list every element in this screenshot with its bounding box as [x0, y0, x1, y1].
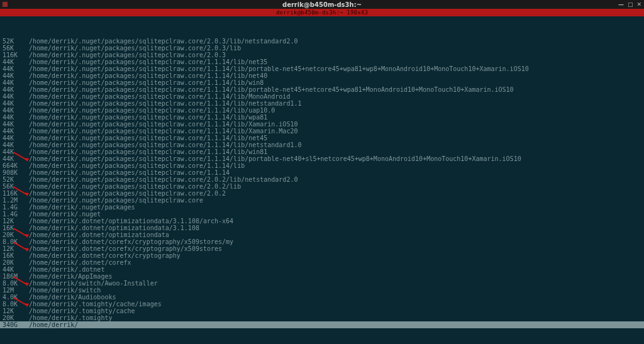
du-size: 44K — [0, 72, 23, 79]
du-path: /home/derrik/.nuget/packages/sqlitepclra… — [23, 135, 267, 141]
du-size: 16K — [0, 225, 23, 231]
du-output-line: 1.4G/home/derrik/.nuget — [0, 211, 644, 218]
du-path: /home/derrik/.dotnet/optimizationdata/3.… — [23, 225, 199, 231]
du-size: 44K — [0, 128, 23, 135]
du-output-line: 116K/home/derrik/.nuget/packages/sqlitep… — [0, 52, 644, 58]
du-size: 44K — [0, 93, 23, 100]
du-path: /home/derrik/.dotnet/corefx/cryptography… — [23, 245, 222, 252]
du-size: 52K — [0, 38, 23, 45]
du-output-line: 44K/home/derrik/.nuget/packages/sqlitepc… — [0, 141, 644, 148]
du-path: /home/derrik/.nuget/packages/sqlitepclra… — [23, 114, 267, 121]
du-path: /home/derrik/Audiobooks — [23, 294, 116, 301]
du-size: 664K — [0, 162, 23, 169]
du-size: 12K — [0, 308, 23, 314]
du-path: /home/derrik/.nuget/packages/sqlitepclra… — [23, 79, 264, 86]
du-output-line: 56K/home/derrik/.nuget/packages/sqlitepc… — [0, 45, 644, 52]
du-size: 12M — [0, 287, 23, 294]
du-size: 12K — [0, 245, 23, 252]
du-output-line: 44K/home/derrik/.nuget/packages/sqlitepc… — [0, 155, 644, 162]
du-path: /home/derrik/.nuget — [23, 211, 101, 218]
du-size: 20K — [0, 314, 23, 321]
du-path: /home/derrik/.dotnet/corefx — [23, 259, 131, 266]
du-size: 44K — [0, 266, 23, 273]
du-output-line: 12M/home/derrik/switch — [0, 287, 644, 294]
du-output-line: 44K/home/derrik/.nuget/packages/sqlitepc… — [0, 79, 644, 86]
window-titlebar: derrik@b450m-ds3h:~ — □ ✕ — [0, 0, 644, 9]
du-size: 1.4G — [0, 211, 23, 218]
du-output-line: 44K/home/derrik/.nuget/packages/sqlitepc… — [0, 148, 644, 155]
du-output-line: 908K/home/derrik/.nuget/packages/sqlitep… — [0, 169, 644, 176]
du-output-line: 44K/home/derrik/.nuget/packages/sqlitepc… — [0, 65, 644, 72]
du-size: 12K — [0, 218, 23, 225]
minimize-button[interactable]: — — [618, 1, 624, 8]
du-size: 44K — [0, 141, 23, 148]
du-output-line: 44K/home/derrik/.nuget/packages/sqlitepc… — [0, 121, 644, 128]
du-output-line: 44K/home/derrik/.nuget/packages/sqlitepc… — [0, 93, 644, 100]
du-size: 44K — [0, 86, 23, 93]
du-path: /home/derrik/.nuget/packages/sqlitepclra… — [23, 155, 521, 162]
du-output-line: 16K/home/derrik/.dotnet/optimizationdata… — [0, 225, 644, 231]
du-path: /home/derrik/.nuget/packages/sqlitepclra… — [23, 38, 297, 45]
du-size: 116K — [0, 52, 23, 58]
du-output-line: 44K/home/derrik/.dotnet — [0, 266, 644, 273]
du-size: 44K — [0, 79, 23, 86]
du-size: 44K — [0, 121, 23, 128]
du-size: 8.0K — [0, 280, 23, 287]
close-button[interactable]: ✕ — [636, 1, 641, 8]
du-output-line: 16K/home/derrik/.dotnet/corefx/cryptogra… — [0, 252, 644, 259]
du-size: 56K — [0, 183, 23, 190]
du-size: 44K — [0, 58, 23, 65]
du-output-line: 4.0K/home/derrik/Audiobooks — [0, 294, 644, 301]
du-size: 44K — [0, 155, 23, 162]
du-size: 44K — [0, 148, 23, 155]
du-output-line: 186M/home/derrik/AppImages — [0, 273, 644, 280]
du-size: 56K — [0, 45, 23, 52]
du-size: 44K — [0, 100, 23, 107]
du-path: /home/derrik/.nuget/packages/sqlitepclra… — [23, 162, 245, 169]
du-size: 8.0K — [0, 238, 23, 245]
du-size: 44K — [0, 114, 23, 121]
du-path: /home/derrik/.nuget/packages/sqlitepclra… — [23, 128, 297, 135]
du-output-line: 52K/home/derrik/.nuget/packages/sqlitepc… — [0, 38, 644, 45]
maximize-button[interactable]: □ — [628, 1, 633, 8]
du-output-line: 12K/home/derrik/.tomighty/cache — [0, 308, 644, 314]
du-path: /home/derrik/.tomighty/cache — [23, 308, 135, 314]
terminal-tab-label[interactable]: derrik@b450m-ds3h:~ 190x43 — [276, 9, 368, 16]
window-title: derrik@b450m-ds3h:~ — [282, 1, 362, 8]
du-path: /home/derrik/ — [23, 321, 644, 328]
du-size: 16K — [0, 252, 23, 259]
du-output-line: 20K/home/derrik/.tomighty — [0, 314, 644, 321]
du-output-line: 1.2M/home/derrik/.nuget/packages/sqlitep… — [0, 197, 644, 204]
du-path: /home/derrik/.nuget/packages/sqlitepclra… — [23, 65, 529, 72]
du-output-line: 1.4G/home/derrik/.nuget/packages — [0, 204, 644, 211]
du-output-line: 44K/home/derrik/.nuget/packages/sqlitepc… — [0, 114, 644, 121]
terminal-output[interactable]: 52K/home/derrik/.nuget/packages/sqlitepc… — [0, 16, 644, 335]
du-output-line: 20K/home/derrik/.dotnet/optimizationdata — [0, 231, 644, 238]
du-size: 186M — [0, 273, 23, 280]
du-size: 44K — [0, 107, 23, 114]
du-path: /home/derrik/.nuget/packages/sqlitepclra… — [23, 121, 297, 128]
du-path: /home/derrik/.dotnet/corefx/cryptography… — [23, 238, 233, 245]
terminal-tabbar: derrik@b450m-ds3h:~ 190x43 — [0, 9, 644, 16]
du-path: /home/derrik/.dotnet/optimizationdata — [23, 231, 169, 238]
du-output-line: 44K/home/derrik/.nuget/packages/sqlitepc… — [0, 128, 644, 135]
window-controls: — □ ✕ — [618, 1, 641, 8]
du-path: /home/derrik/.nuget/packages/sqlitepclra… — [23, 52, 226, 58]
du-path: /home/derrik/.nuget/packages/sqlitepclra… — [23, 141, 301, 148]
du-output-line: 116K/home/derrik/.nuget/packages/sqlitep… — [0, 190, 644, 197]
du-size: 20K — [0, 259, 23, 266]
du-output-line: 44K/home/derrik/.nuget/packages/sqlitepc… — [0, 135, 644, 141]
du-output-line: 44K/home/derrik/.nuget/packages/sqlitepc… — [0, 72, 644, 79]
du-output-line: 664K/home/derrik/.nuget/packages/sqlitep… — [0, 162, 644, 169]
du-path: /home/derrik/.nuget/packages/sqlitepclra… — [23, 190, 226, 197]
du-path: /home/derrik/.dotnet/corefx/cryptography — [23, 252, 180, 259]
du-path: /home/derrik/.nuget/packages/sqlitepclra… — [23, 72, 267, 79]
du-size: 8.0K — [0, 301, 23, 308]
du-size: 52K — [0, 176, 23, 183]
du-path: /home/derrik/.nuget/packages/sqlitepclra… — [23, 45, 241, 52]
du-size: 20K — [0, 231, 23, 238]
du-output-line: 56K/home/derrik/.nuget/packages/sqlitepc… — [0, 183, 644, 190]
du-path: /home/derrik/.nuget/packages/sqlitepclra… — [23, 169, 230, 176]
du-output-line: 340G/home/derrik/ — [0, 321, 644, 328]
du-path: /home/derrik/.nuget/packages/sqlitepclra… — [23, 86, 514, 93]
